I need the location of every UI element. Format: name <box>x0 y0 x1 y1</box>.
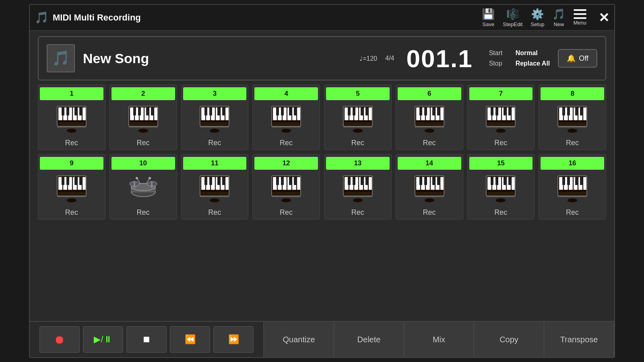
track-rec-1-7[interactable]: Rec <box>494 139 507 147</box>
svg-rect-23 <box>146 107 149 115</box>
track-cell-2-3[interactable]: 11 Rec <box>181 154 249 220</box>
track-cell-1-3[interactable]: 3 Rec <box>181 84 249 150</box>
start-label: Start <box>489 49 509 57</box>
delete-button[interactable]: Delete <box>334 322 404 357</box>
track-rec-2-5[interactable]: Rec <box>351 208 364 217</box>
copy-button[interactable]: Copy <box>474 322 544 357</box>
position-display: 001.1 <box>406 44 473 73</box>
time-signature[interactable]: 4/4 <box>385 55 394 62</box>
track-number-2-6[interactable]: 14 <box>398 157 461 170</box>
track-number-1-1[interactable]: 1 <box>40 87 103 100</box>
svg-point-137 <box>149 177 151 179</box>
save-button[interactable]: 💾 Save <box>482 8 495 27</box>
track-number-1-6[interactable]: 6 <box>398 87 461 100</box>
mix-button[interactable]: Mix <box>404 322 474 357</box>
track-cell-1-8[interactable]: 8 Rec <box>539 84 606 150</box>
svg-point-83 <box>425 129 434 133</box>
track-number-2-1[interactable]: 9 <box>40 157 103 170</box>
track-rec-1-1[interactable]: Rec <box>65 139 78 147</box>
track-cell-2-1[interactable]: 9 Rec <box>38 154 105 220</box>
track-rec-1-3[interactable]: Rec <box>208 139 221 147</box>
svg-rect-149 <box>201 192 228 195</box>
track-rec-1-4[interactable]: Rec <box>280 139 293 147</box>
track-number-1-3[interactable]: 3 <box>183 87 247 100</box>
track-cell-2-4[interactable]: 12 Rec <box>252 154 320 220</box>
track-number-1-8[interactable]: 8 <box>541 87 604 100</box>
svg-rect-48 <box>297 107 300 120</box>
track-number-2-2[interactable]: 10 <box>111 157 175 170</box>
svg-rect-187 <box>419 177 422 185</box>
svg-rect-10 <box>79 107 82 115</box>
stop-button[interactable]: ⏹ <box>126 326 167 353</box>
tracks-row-1: 1 Rec2 <box>38 84 606 150</box>
track-number-1-5[interactable]: 5 <box>326 87 390 100</box>
track-rec-1-8[interactable]: Rec <box>566 139 579 147</box>
track-rec-2-3[interactable]: Rec <box>208 208 221 217</box>
track-rec-2-6[interactable]: Rec <box>423 208 436 217</box>
new-button[interactable]: 🎵 New <box>552 8 565 27</box>
setup-button[interactable]: ⚙️ Setup <box>530 8 544 27</box>
tempo-time-row: ♩=120 4/4 <box>359 55 394 62</box>
track-cell-2-8[interactable]: 16 Rec <box>539 154 606 220</box>
app-title: MIDI Multi Recording <box>53 12 141 23</box>
track-rec-2-4[interactable]: Rec <box>280 208 293 217</box>
rewind-button[interactable]: ⏪ <box>170 326 210 353</box>
transport-bar: ⏺ ▶/⏸ ⏹ ⏪ ⏩ Quantize Delete Mix Copy Tra… <box>30 321 614 357</box>
track-cell-2-2[interactable]: 10 Rec <box>109 154 177 220</box>
record-button[interactable]: ⏺ <box>39 326 80 353</box>
tracks-container: 1 Rec2 <box>30 84 614 321</box>
track-rec-2-1[interactable]: Rec <box>65 208 78 217</box>
track-rec-1-5[interactable]: Rec <box>351 139 364 147</box>
track-number-2-8[interactable]: 16 <box>541 157 604 170</box>
svg-rect-76 <box>440 107 444 120</box>
track-cell-1-4[interactable]: 4 Rec <box>252 84 320 150</box>
svg-rect-145 <box>204 177 207 185</box>
svg-rect-189 <box>432 177 435 185</box>
app-window: 🎵 MIDI Multi Recording 💾 Save 🎼 StepEdit… <box>29 4 615 358</box>
track-cell-2-7[interactable]: 15 Rec <box>467 154 535 220</box>
stop-value[interactable]: Replace All <box>516 60 550 67</box>
track-cell-1-1[interactable]: 1 Rec <box>38 84 105 150</box>
svg-rect-119 <box>62 177 64 185</box>
quantize-button[interactable]: Quantize <box>264 322 334 357</box>
start-value[interactable]: Normal <box>516 49 538 57</box>
track-number-2-5[interactable]: 13 <box>326 157 390 170</box>
svg-rect-62 <box>369 107 372 120</box>
fast-forward-button[interactable]: ⏩ <box>213 326 254 353</box>
track-rec-2-7[interactable]: Rec <box>494 208 507 217</box>
track-cell-1-6[interactable]: 6 Rec <box>396 84 463 150</box>
setup-icon: ⚙️ <box>531 8 544 21</box>
track-cell-2-6[interactable]: 14 Rec <box>396 154 463 220</box>
piano-instrument-icon <box>342 173 374 205</box>
track-cell-1-5[interactable]: 5 Rec <box>324 84 392 150</box>
tempo-value[interactable]: ♩=120 <box>359 55 377 62</box>
close-button[interactable]: ✕ <box>599 10 609 25</box>
menu-button[interactable]: Menu <box>573 9 586 26</box>
track-number-2-4[interactable]: 12 <box>254 157 318 170</box>
play-pause-button[interactable]: ▶/⏸ <box>83 326 123 353</box>
alarm-button[interactable]: 🔔 Off <box>558 49 597 68</box>
track-cell-1-2[interactable]: 2 Rec <box>109 84 177 150</box>
svg-rect-186 <box>440 177 444 190</box>
song-title[interactable]: New Song <box>83 51 359 66</box>
svg-rect-35 <box>204 107 207 115</box>
track-number-1-7[interactable]: 7 <box>469 87 533 100</box>
track-cell-1-7[interactable]: 7 Rec <box>467 84 535 150</box>
svg-point-27 <box>138 129 148 133</box>
svg-rect-78 <box>424 107 427 115</box>
track-number-1-2[interactable]: 2 <box>111 87 175 100</box>
step-edit-button[interactable]: 🎼 StepEdit <box>503 8 522 27</box>
svg-rect-216 <box>567 177 570 185</box>
track-rec-2-8[interactable]: Rec <box>566 208 579 217</box>
track-rec-2-2[interactable]: Rec <box>137 208 150 217</box>
svg-rect-215 <box>562 177 565 185</box>
transpose-button[interactable]: Transpose <box>544 322 614 357</box>
svg-rect-104 <box>583 107 586 120</box>
track-cell-2-5[interactable]: 13 Rec <box>324 154 392 220</box>
track-number-2-7[interactable]: 15 <box>469 157 533 170</box>
track-number-1-4[interactable]: 4 <box>254 87 318 100</box>
track-rec-1-2[interactable]: Rec <box>137 139 150 147</box>
track-rec-1-6[interactable]: Rec <box>423 139 436 147</box>
track-number-2-3[interactable]: 11 <box>183 157 247 170</box>
svg-rect-34 <box>225 107 229 120</box>
